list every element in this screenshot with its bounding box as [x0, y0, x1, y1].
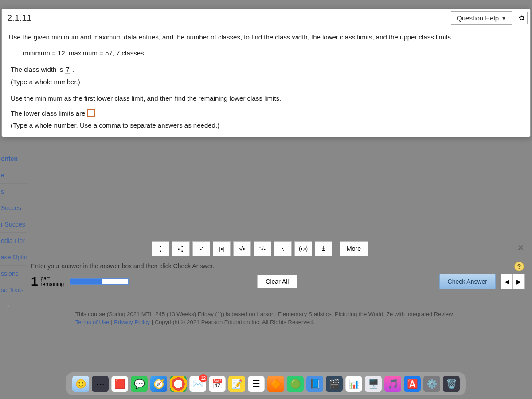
classwidth-pre: The class width is: [11, 66, 65, 73]
palette-sqrt[interactable]: √▪: [233, 241, 251, 256]
classwidth-value: 7: [65, 66, 70, 74]
question-given: minimum = 12, maximum = 57, 7 classes: [9, 47, 523, 59]
palette-absolute[interactable]: |▪|: [213, 241, 231, 256]
course-info: This course (Spring 2021 MTH 245 (13 Wee…: [75, 310, 519, 318]
nav-arrows: ◀ ▶: [501, 274, 525, 289]
help-icon[interactable]: ?: [514, 262, 524, 271]
lowerlimits-pre: The lower class limits are: [11, 110, 87, 117]
question-prompt: Use the given minimum and maximum data e…: [9, 31, 523, 43]
question-window: 2.1.11 Question Help ▼ ✿ Use the given m…: [1, 9, 531, 137]
check-answer-button[interactable]: Check Answer: [439, 274, 496, 289]
settings-icon[interactable]: ⚙️: [423, 376, 440, 392]
sidebar-item[interactable]: r Succes: [0, 216, 27, 233]
sidebar-item[interactable]: onten: [0, 151, 27, 167]
classwidth-post: .: [72, 66, 74, 73]
palette-more[interactable]: More: [340, 241, 368, 256]
app-icon[interactable]: ⋯: [92, 376, 109, 392]
app-icon[interactable]: 📘: [306, 376, 323, 392]
palette-plusminus[interactable]: ±: [315, 241, 332, 256]
mac-dock: 🙂 ⋯ 🟥 💬 🧭 ✉️12 📅 📝 ☰ 🔶 🟢 📘 🎬 📊 🖥️ 🎵 🅰️ ⚙…: [66, 372, 466, 395]
safari-icon[interactable]: 🧭: [150, 376, 167, 392]
sidebar-item[interactable]: e: [0, 167, 27, 184]
sidebar-expand-icon[interactable]: >: [0, 298, 27, 314]
course-footer: This course (Spring 2021 MTH 245 (13 Wee…: [75, 310, 519, 326]
mail-badge: 12: [199, 374, 207, 382]
app-icon[interactable]: 🟢: [287, 376, 304, 392]
music-icon[interactable]: 🎵: [384, 376, 401, 392]
left-nav: onten e s Succes r Succes edia Libr ase …: [0, 151, 27, 314]
question-body: Use the given minimum and maximum data e…: [2, 27, 530, 137]
chevron-down-icon: ▼: [501, 16, 506, 21]
parts-remaining: 1 part remaining: [31, 274, 129, 289]
sidebar-item[interactable]: s: [0, 184, 27, 200]
app-icon[interactable]: 🎬: [326, 376, 343, 392]
prev-question-button[interactable]: ◀: [501, 274, 513, 289]
palette-close-icon[interactable]: ✕: [517, 243, 524, 253]
app-icon[interactable]: 📊: [345, 376, 362, 392]
question-number: 2.1.11: [4, 11, 35, 25]
chrome-icon[interactable]: [170, 376, 187, 392]
question-help-dropdown[interactable]: Question Help ▼: [451, 11, 512, 25]
sidebar-item[interactable]: edia Libr: [0, 233, 27, 249]
lowerlimits-input[interactable]: [87, 109, 95, 117]
reminders-icon[interactable]: ☰: [248, 376, 265, 392]
palette-subscript[interactable]: ▪▪: [274, 241, 292, 256]
calendar-icon[interactable]: 📅: [209, 376, 226, 392]
answer-instruction: Enter your answer in the answer box and …: [31, 262, 214, 270]
classwidth-hint: (Type a whole number.): [9, 76, 523, 88]
question-footer: 1 part remaining Clear All Check Answer …: [31, 274, 525, 289]
terms-link[interactable]: Terms of Use: [75, 319, 110, 325]
notes-icon[interactable]: 📝: [228, 376, 245, 392]
palette-fraction[interactable]: ▪▪: [152, 241, 169, 256]
clear-all-button[interactable]: Clear All: [257, 275, 297, 288]
app-icon[interactable]: 🖥️: [365, 376, 382, 392]
sidebar-item[interactable]: ase Optio: [0, 249, 27, 266]
finder-icon[interactable]: 🙂: [72, 376, 89, 392]
settings-button[interactable]: ✿: [516, 12, 528, 24]
palette-exponent[interactable]: ▪▪: [192, 241, 210, 256]
palette-mixed-fraction[interactable]: ▪▪▪: [172, 241, 190, 256]
palette-nroot[interactable]: ▫√▪: [254, 241, 271, 256]
copyright-text: Copyright © 2021 Pearson Education Inc. …: [155, 319, 314, 325]
appstore-icon[interactable]: 🅰️: [404, 376, 421, 392]
sidebar-item[interactable]: ssions: [0, 266, 27, 282]
gear-icon: ✿: [519, 14, 524, 22]
next-question-button[interactable]: ▶: [513, 274, 524, 289]
privacy-link[interactable]: Privacy Policy: [114, 319, 150, 325]
question-help-label: Question Help: [457, 14, 499, 22]
lowerlimits-instruction: Use the minimum as the first lower class…: [9, 93, 523, 104]
part-number: 1: [31, 274, 38, 289]
trash-icon[interactable]: 🗑️: [443, 376, 460, 392]
sidebar-item[interactable]: Succes: [0, 200, 27, 216]
app-icon[interactable]: 🔶: [267, 376, 284, 392]
math-palette: ▪▪ ▪▪▪ ▪▪ |▪| √▪ ▫√▪ ▪▪ (▪,▪) ± More: [152, 241, 368, 256]
question-header: 2.1.11 Question Help ▼ ✿: [2, 9, 530, 27]
palette-coord[interactable]: (▪,▪): [294, 241, 312, 256]
progress-bar: [70, 278, 129, 285]
lowerlimits-hint: (Type a whole number. Use a comma to sep…: [9, 120, 523, 131]
app-icon[interactable]: 🟥: [111, 376, 128, 392]
part-label-bottom: remaining: [41, 282, 64, 287]
mail-icon[interactable]: ✉️12: [189, 376, 206, 392]
messages-icon[interactable]: 💬: [131, 376, 148, 392]
sidebar-item[interactable]: se Tools: [0, 282, 27, 298]
